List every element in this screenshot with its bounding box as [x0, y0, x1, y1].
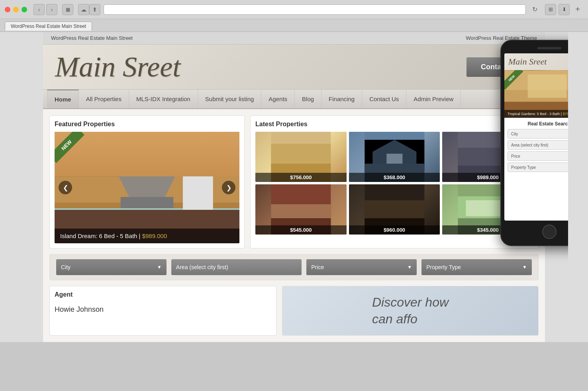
site-logo: Main Sreet — [55, 53, 180, 81]
featured-slider: NEW ❮ ❯ Island Dream: 6 Bed - 5 Bath | $… — [55, 132, 239, 243]
new-tab-button[interactable]: + — [572, 4, 583, 15]
discover-line1: Discover how — [372, 295, 449, 309]
city-dropdown[interactable]: City ▼ — [56, 259, 167, 275]
browser-nav-buttons: ‹ › — [33, 4, 57, 15]
featured-caption-details: 6 Bed - 5 Bath | — [99, 233, 141, 239]
property-thumb-1[interactable]: $756.000 — [255, 132, 347, 182]
mobile-phone-overlay: Main Sreet — [500, 40, 568, 246]
thumb-price-4: $545.000 — [255, 225, 347, 235]
back-button[interactable]: ‹ — [33, 4, 45, 15]
phone-caption-price: $756.000 — [563, 112, 568, 116]
price-dropdown-arrow: ▼ — [407, 264, 412, 270]
featured-caption-price: $989.000 — [142, 233, 167, 239]
phone-featured-caption: Tropical Gardens: 5 Bed - 3 Bath | $756.… — [504, 110, 568, 118]
latest-title: Latest Properties — [255, 121, 533, 128]
download-icon[interactable]: ⬇ — [559, 4, 570, 15]
phone-home-button[interactable] — [542, 225, 557, 239]
address-bar[interactable] — [104, 4, 526, 15]
phone-new-badge: NEW — [504, 70, 524, 90]
nav-mls-idx[interactable]: MLS-IDX Integration — [129, 90, 198, 108]
nav-contact-us[interactable]: Contact Us — [362, 90, 406, 108]
phone-property-type-label: Property Type — [511, 165, 536, 170]
svg-rect-36 — [528, 74, 567, 98]
svg-rect-10 — [55, 208, 239, 218]
property-type-label: Property Type — [426, 264, 461, 270]
phone-site-header: Main Sreet — [504, 53, 568, 70]
thumb-price-1: $756.000 — [255, 173, 347, 182]
phone-property-type-field[interactable]: Property Type ▼ — [508, 162, 568, 172]
property-type-dropdown[interactable]: Property Type ▼ — [421, 259, 532, 275]
search-bar: City ▼ Area (select city first) Price ▼ … — [49, 254, 539, 280]
share-button[interactable]: ⬆ — [89, 4, 100, 15]
browser-tabbar: WordPress Real Estate Main Street — [0, 19, 588, 32]
nav-financing[interactable]: Financing — [321, 90, 362, 108]
phone-city-label: City — [511, 132, 518, 136]
phone-price-field[interactable]: Price ▼ — [508, 151, 568, 161]
forward-button[interactable]: › — [46, 4, 57, 15]
svg-rect-12 — [183, 172, 213, 225]
active-tab[interactable]: WordPress Real Estate Main Street — [5, 22, 92, 31]
phone-caption-name: Tropical Gardens: — [508, 112, 536, 116]
nav-blog[interactable]: Blog — [295, 90, 321, 108]
browser-tools: ⊞ ⬇ — [545, 4, 570, 15]
property-thumb-2[interactable]: $368.000 — [349, 132, 440, 182]
phone-featured-image: NEW Tropical Gardens: 5 Bed - 3 Bath | $… — [504, 70, 568, 118]
featured-caption: Island Dream: 6 Bed - 5 Bath | $989.000 — [55, 229, 239, 243]
agent-section: Agent Howie Johnson — [49, 286, 276, 336]
agent-section-title: Agent — [55, 291, 271, 298]
top-info-bar: WordPress Real Estate Main Street WordPr… — [43, 32, 545, 45]
property-type-dropdown-arrow: ▼ — [522, 264, 527, 270]
svg-rect-25 — [271, 204, 331, 220]
svg-rect-19 — [386, 154, 402, 164]
area-dropdown[interactable]: Area (select city first) — [171, 259, 302, 275]
phone-city-field[interactable]: City ▼ — [508, 129, 568, 139]
phone-area-field[interactable]: Area (select city first) ▼ — [508, 140, 568, 150]
phone-search-section: Real Estate Search City ▼ Area (select c… — [504, 118, 568, 177]
new-badge-text: NEW — [55, 132, 84, 163]
slider-prev-button[interactable]: ❮ — [59, 181, 72, 194]
thumb-price-5: $960.000 — [349, 225, 440, 235]
nav-submit-listing[interactable]: Submit your listing — [198, 90, 262, 108]
cloud-button[interactable]: ☁ — [78, 4, 89, 15]
close-window-button[interactable] — [5, 7, 10, 12]
featured-title: Featured Properties — [55, 121, 239, 128]
phone-screen: Main Sreet — [504, 53, 568, 221]
phone-price-label: Price — [511, 154, 520, 158]
agent-name: Howie Johnson — [55, 302, 271, 314]
city-label: City — [61, 264, 71, 270]
property-thumb-4[interactable]: $545.000 — [255, 184, 347, 235]
site-navigation: Home All Properties MLS-IDX Integration … — [43, 89, 545, 109]
minimize-window-button[interactable] — [13, 7, 19, 12]
site-header: Main Sreet Contact Us — [43, 45, 545, 89]
area-label: Area (select city first) — [176, 264, 228, 270]
price-label: Price — [311, 264, 324, 270]
properties-row: Featured Properties — [49, 115, 539, 248]
phone-speaker — [537, 47, 561, 49]
nav-home[interactable]: Home — [47, 90, 79, 108]
price-dropdown[interactable]: Price ▼ — [306, 259, 417, 275]
phone-new-badge-text: NEW — [504, 70, 523, 90]
main-content: Featured Properties — [43, 109, 545, 342]
top-bar-left-text: WordPress Real Estate Main Street — [51, 35, 133, 41]
browser-chrome: ‹ › ▦ ☁ ⬆ ↻ ⊞ ⬇ + WordPress Real Estate … — [0, 0, 588, 32]
slider-next-button[interactable]: ❯ — [222, 181, 235, 194]
bottom-row: Agent Howie Johnson Discover how can aff… — [49, 286, 539, 336]
fullscreen-window-button[interactable] — [22, 7, 27, 12]
thumb-price-2: $368.000 — [349, 173, 440, 182]
nav-agents[interactable]: Agents — [261, 90, 295, 108]
website-content: WordPress Real Estate Main Street WordPr… — [43, 32, 545, 342]
fullscreen-icon[interactable]: ⊞ — [545, 4, 556, 15]
traffic-lights — [5, 7, 27, 12]
discover-text: Discover how can affo — [372, 294, 449, 327]
phone-area-label: Area (select city first) — [511, 143, 548, 147]
sidebar-button[interactable]: ▦ — [62, 4, 73, 15]
discover-section: Discover how can affo — [282, 286, 539, 336]
discover-line2: can affo — [372, 312, 417, 326]
featured-caption-name: Island Dream: — [60, 233, 97, 239]
property-thumb-5[interactable]: $960.000 — [349, 184, 440, 235]
latest-grid: $756.000 — [255, 132, 533, 235]
nav-all-properties[interactable]: All Properties — [79, 90, 129, 108]
reload-button[interactable]: ↻ — [529, 4, 540, 15]
new-badge: NEW — [55, 132, 86, 164]
nav-admin-preview[interactable]: Admin Preview — [406, 90, 461, 108]
